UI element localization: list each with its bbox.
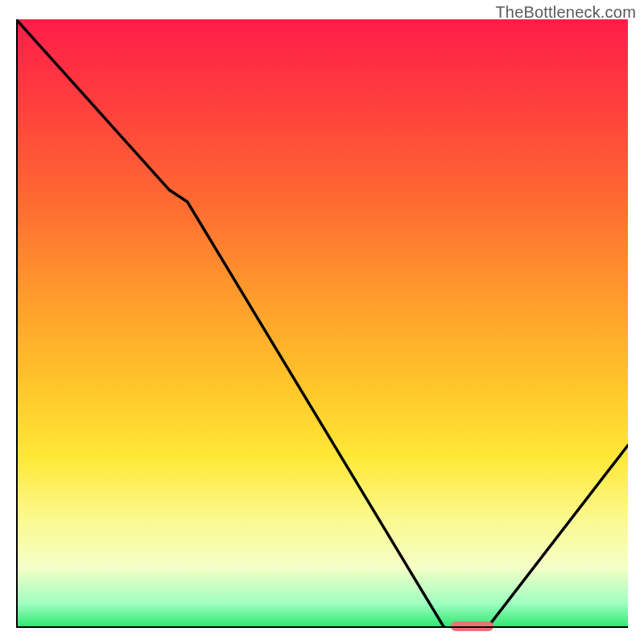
- curve-path: [16, 19, 628, 628]
- y-axis: [16, 19, 18, 628]
- x-axis: [16, 626, 628, 628]
- bottleneck-chart: TheBottleneck.com: [0, 0, 644, 644]
- curve-svg: [16, 19, 628, 628]
- plot-area: [16, 19, 628, 628]
